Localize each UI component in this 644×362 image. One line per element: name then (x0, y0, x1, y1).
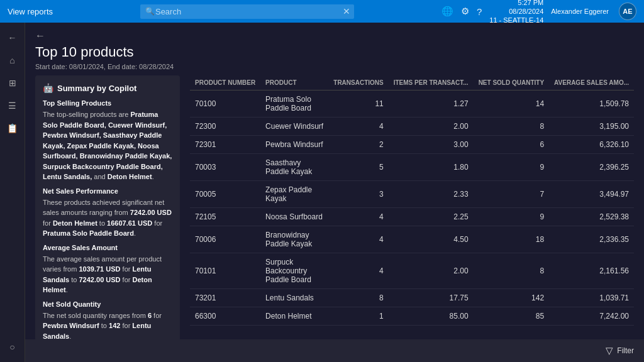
table-row[interactable]: 72301 Pewbra Windsurf 2 3.00 6 6,326.10 (190, 136, 634, 154)
col-header-net-sold-qty[interactable]: NET SOLD QUANTITY (474, 75, 549, 90)
summary-title: Summary by Copilot (57, 84, 136, 93)
summary-section-net-qty: Net Sold Quantity (43, 300, 172, 308)
cell-transactions: 8 (328, 289, 388, 307)
cell-items-per-transact: 4.50 (389, 226, 474, 253)
cell-items-per-transact: 17.75 (389, 289, 474, 307)
table-row[interactable]: 72300 Cuewer Windsurf 4 2.00 8 3,195.00 (190, 118, 634, 136)
cell-avg-sales: 7,242.00 (549, 307, 634, 326)
table-row[interactable]: 70006 Branowidnay Paddle Kayak 4 4.50 18… (190, 226, 634, 253)
table-body: 70100 Pratuma Solo Paddle Board 11 1.27 … (190, 90, 634, 326)
summary-section-avg-sales: Average Sales Amount (43, 244, 172, 251)
cell-transactions: 2 (328, 136, 388, 154)
table-area: PRODUCT NUMBER PRODUCT TRANSACTIONS ITEM… (190, 75, 634, 357)
table-row[interactable]: 66300 Deton Helmet 1 85.00 85 7,242.00 (190, 307, 634, 326)
cell-items-per-transact: 85.00 (389, 307, 474, 326)
content-body: 🤖 Summary by Copilot Top Selling Product… (25, 75, 644, 362)
sidebar-circle-icon[interactable]: ○ (3, 337, 23, 357)
summary-header: 🤖 Summary by Copilot (43, 83, 172, 93)
cell-product: Deton Helmet (260, 307, 328, 326)
sidebar-grid-icon[interactable]: ⊞ (3, 73, 23, 93)
cell-transactions: 11 (328, 90, 388, 118)
search-icon: 🔍 (145, 7, 155, 16)
cell-product: Pratuma Solo Paddle Board (260, 90, 328, 118)
cell-avg-sales: 1,039.71 (549, 289, 634, 307)
cell-product-number: 72105 (190, 208, 260, 226)
cell-avg-sales: 2,529.38 (549, 208, 634, 226)
back-button[interactable]: ← (35, 30, 45, 41)
table-row[interactable]: 70100 Pratuma Solo Paddle Board 11 1.27 … (190, 90, 634, 118)
top-bar-right: 🌐 ⚙ ? 5:27 PM 08/28/2024 11 - SEATTLE-14… (441, 0, 636, 25)
table-row[interactable]: 70101 Surpuck Backcountry Paddle Board 4… (190, 253, 634, 289)
content-area: ← Top 10 products Start date: 08/01/2024… (25, 23, 644, 362)
cell-product: Cuewer Windsurf (260, 118, 328, 136)
table-row[interactable]: 70003 Saasthavy Paddle Kayak 5 1.80 9 2,… (190, 154, 634, 181)
cell-product: Lentu Sandals (260, 289, 328, 307)
cell-items-per-transact: 2.25 (389, 208, 474, 226)
avatar[interactable]: AE (619, 3, 636, 20)
sidebar-menu-icon[interactable]: ☰ (3, 96, 23, 116)
help-icon[interactable]: ? (477, 6, 482, 17)
table-row[interactable]: 70005 Zepax Paddle Kayak 3 2.33 7 3,494.… (190, 181, 634, 208)
summary-section-net-sales: Net Sales Performance (43, 187, 172, 195)
cell-transactions: 4 (328, 208, 388, 226)
cell-product: Saasthavy Paddle Kayak (260, 154, 328, 181)
main-layout: ← ⌂ ⊞ ☰ 📋 ○ ← Top 10 products Start date… (0, 23, 644, 362)
app-name-section: View reports (8, 7, 53, 16)
page-header: ← Top 10 products Start date: 08/01/2024… (25, 23, 644, 75)
filter-icon: ▽ (606, 345, 613, 356)
cell-product-number: 70006 (190, 226, 260, 253)
col-header-transactions[interactable]: TRANSACTIONS (328, 75, 388, 90)
sidebar-back-icon[interactable]: ← (3, 28, 23, 48)
user-name: Alexander Eggerer (551, 8, 609, 15)
cell-product-number: 70003 (190, 154, 260, 181)
col-header-product-number[interactable]: PRODUCT NUMBER (190, 75, 260, 90)
cell-net-sold-qty: 6 (474, 136, 549, 154)
cell-transactions: 1 (328, 307, 388, 326)
sidebar-home-icon[interactable]: ⌂ (3, 50, 23, 70)
cell-product: Pewbra Windsurf (260, 136, 328, 154)
col-header-avg-sales[interactable]: AVERAGE SALES AMO... (549, 75, 634, 90)
cell-net-sold-qty: 9 (474, 208, 549, 226)
search-section[interactable]: 🔍 ✕ (140, 4, 354, 19)
globe-icon[interactable]: 🌐 (441, 6, 453, 17)
cell-items-per-transact: 1.80 (389, 154, 474, 181)
col-header-product[interactable]: PRODUCT (260, 75, 328, 90)
cell-product: Surpuck Backcountry Paddle Board (260, 253, 328, 289)
cell-avg-sales: 3,195.00 (549, 118, 634, 136)
close-icon[interactable]: ✕ (343, 6, 350, 16)
app-name: View reports (8, 7, 53, 16)
summary-top-selling-text: The top-selling products are Pratuma Sol… (43, 109, 172, 182)
user-time: 5:27 PM (489, 0, 543, 7)
sidebar-clipboard-icon[interactable]: 📋 (3, 118, 23, 138)
table-row[interactable]: 72105 Noosa Surfboard 4 2.25 9 2,529.38 (190, 208, 634, 226)
data-table: PRODUCT NUMBER PRODUCT TRANSACTIONS ITEM… (190, 75, 634, 326)
cell-product-number: 70100 (190, 90, 260, 118)
cell-transactions: 4 (328, 118, 388, 136)
cell-product-number: 66300 (190, 307, 260, 326)
page-title: Top 10 products (35, 44, 631, 60)
table-row[interactable]: 73201 Lentu Sandals 8 17.75 142 1,039.71 (190, 289, 634, 307)
summary-net-qty-text: The net sold quantity ranges from 6 for … (43, 310, 172, 342)
cell-avg-sales: 2,396.25 (549, 154, 634, 181)
cell-product-number: 70005 (190, 181, 260, 208)
cell-items-per-transact: 2.33 (389, 181, 474, 208)
cell-transactions: 4 (328, 253, 388, 289)
summary-avg-sales-text: The average sales amount per product var… (43, 254, 172, 295)
gear-icon[interactable]: ⚙ (461, 6, 469, 17)
cell-product-number: 73201 (190, 289, 260, 307)
cell-net-sold-qty: 7 (474, 181, 549, 208)
bottom-bar: ▽ Filter (25, 339, 644, 362)
cell-avg-sales: 3,494.97 (549, 181, 634, 208)
top-bar: View reports 🔍 ✕ 🌐 ⚙ ? 5:27 PM 08/28/202… (0, 0, 644, 23)
cell-items-per-transact: 3.00 (389, 136, 474, 154)
cell-product-number: 72301 (190, 136, 260, 154)
user-date: 08/28/2024 (489, 7, 543, 16)
filter-label: Filter (617, 346, 634, 355)
col-header-items-per-transact[interactable]: ITEMS PER TRANSACT... (389, 75, 474, 90)
cell-product-number: 72300 (190, 118, 260, 136)
search-input[interactable] (140, 4, 354, 19)
cell-net-sold-qty: 18 (474, 226, 549, 253)
cell-product: Zepax Paddle Kayak (260, 181, 328, 208)
cell-avg-sales: 6,326.10 (549, 136, 634, 154)
filter-button[interactable]: ▽ Filter (606, 345, 634, 356)
